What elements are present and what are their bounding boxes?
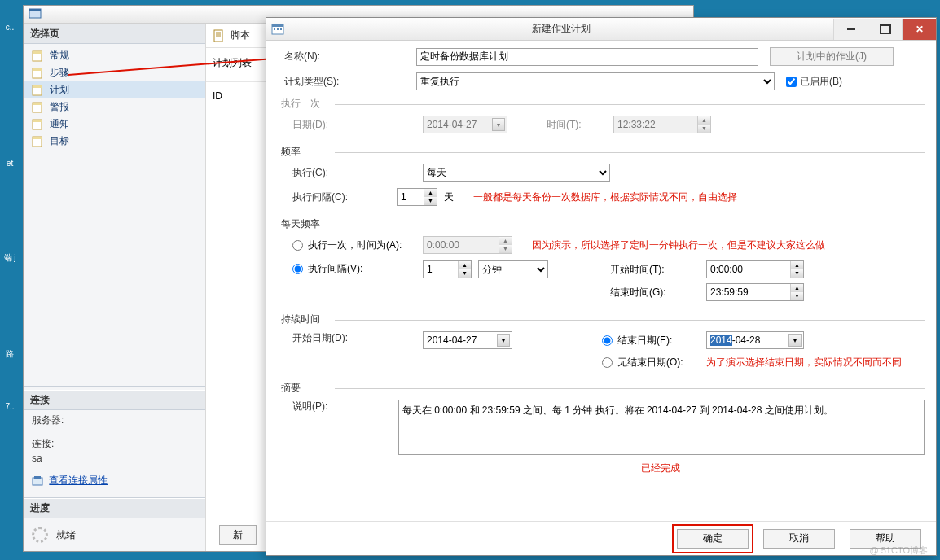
desc-textarea[interactable]: 每天在 0:00:00 和 23:59:59 之间、每 1 分钟 执行。将在 2… <box>398 400 925 455</box>
name-label: 名称(N): <box>278 50 416 63</box>
svg-rect-22 <box>277 28 279 30</box>
svg-rect-21 <box>274 28 275 30</box>
calendar-icon: ▾ <box>788 334 802 347</box>
end-date-picker[interactable]: 2014-04-28▾ <box>706 331 804 349</box>
dialog-footer: 确定 取消 帮助 @ 51CTO博客 <box>266 521 936 555</box>
once-at-time: 0:00:00▲▼ <box>423 236 512 254</box>
svg-rect-7 <box>33 85 42 88</box>
enabled-check-input[interactable] <box>786 77 797 87</box>
ok-button[interactable]: 确定 <box>677 529 749 549</box>
page-item-targets[interactable]: 目标 <box>24 133 205 150</box>
window-minimize-button[interactable] <box>833 19 868 40</box>
svg-rect-5 <box>33 68 42 71</box>
server-field: 服务器: <box>24 410 205 434</box>
once-date-picker: 2014-04-27▾ <box>423 116 507 133</box>
once-at-radio[interactable]: 执行一次，时间为(A): <box>292 238 423 252</box>
end-time-input[interactable]: 23:59:59▲▼ <box>706 283 804 301</box>
once-time-input: 12:33:22▲▼ <box>613 116 711 133</box>
start-date-picker[interactable]: 2014-04-27▾ <box>423 331 512 349</box>
left-pane: 选择页 常规 步骤 计划 警报 通知 目标 连接 服务器: 连接: sa <box>24 24 206 551</box>
interval-spinner[interactable]: 1▲▼ <box>397 188 437 206</box>
once-at-note: 因为演示，所以选择了定时一分钟执行一次，但是不建议大家这么做 <box>532 238 825 252</box>
type-label: 计划类型(S): <box>278 75 416 89</box>
page-item-schedule[interactable]: 计划 <box>24 81 205 98</box>
svg-rect-3 <box>33 51 42 54</box>
interval-label: 执行间隔(C): <box>278 190 397 204</box>
no-end-note: 为了演示选择结束日期，实际情况不同而不同 <box>706 356 902 370</box>
repeat-unit-select[interactable]: 分钟 <box>478 260 548 278</box>
exec-select[interactable]: 每天 <box>423 164 610 182</box>
svg-rect-15 <box>34 476 41 479</box>
svg-rect-23 <box>280 28 282 30</box>
repeat-radio[interactable]: 执行间隔(V): <box>292 262 423 276</box>
dialog-title: 新建作业计划 <box>289 22 833 36</box>
script-icon <box>213 29 226 42</box>
execute-once-header: 执行一次 <box>278 97 925 111</box>
type-select[interactable]: 重复执行 <box>416 72 775 90</box>
end-time-label: 结束时间(G): <box>610 286 700 300</box>
start-date-label: 开始日期(D): <box>278 331 423 345</box>
time-label: 时间(T): <box>540 118 613 132</box>
page-item-notifications[interactable]: 通知 <box>24 116 205 133</box>
start-time-input[interactable]: 0:00:00▲▼ <box>706 260 804 278</box>
calendar-icon: ▾ <box>492 118 505 131</box>
window-close-button[interactable]: ✕ <box>902 19 936 40</box>
new-button[interactable]: 新 <box>219 525 257 545</box>
interval-unit: 天 <box>444 190 454 204</box>
page-item-alerts[interactable]: 警报 <box>24 98 205 116</box>
end-date-radio[interactable]: 结束日期(E): <box>602 334 700 348</box>
connection-props-icon <box>32 475 43 487</box>
interval-note: 一般都是每天备份一次数据库，根据实际情况不同，自由选择 <box>473 190 737 204</box>
name-input[interactable] <box>416 48 758 66</box>
help-button[interactable]: 帮助 <box>850 529 921 549</box>
done-note: 已经完成 <box>641 462 680 474</box>
col-id: ID <box>213 90 222 102</box>
svg-rect-1 <box>29 9 41 11</box>
daily-frequency-header: 每天频率 <box>278 217 925 231</box>
exec-label: 执行(C): <box>278 166 423 180</box>
summary-header: 摘要 <box>278 381 925 395</box>
app-icon <box>29 7 42 20</box>
page-item-general[interactable]: 常规 <box>24 47 205 64</box>
dialog-icon <box>271 23 284 36</box>
svg-rect-14 <box>33 478 42 485</box>
repeat-value-spinner[interactable]: 1▲▼ <box>423 260 472 278</box>
svg-rect-13 <box>33 137 42 139</box>
window-maximize-button[interactable] <box>868 19 902 40</box>
svg-rect-20 <box>272 24 283 27</box>
enabled-checkbox[interactable]: 已启用(B) <box>786 75 842 89</box>
calendar-icon: ▾ <box>497 334 510 347</box>
desc-label: 说明(P): <box>278 400 398 413</box>
desktop-icons: c.. et 端 j 路 7.. <box>0 0 20 560</box>
no-end-date-radio[interactable]: 无结束日期(O): <box>602 356 700 370</box>
view-connection-props-link[interactable]: 查看连接属性 <box>49 475 108 486</box>
date-label: 日期(D): <box>278 118 423 132</box>
script-label[interactable]: 脚本 <box>231 28 250 42</box>
conn-field: 连接: sa <box>24 434 205 469</box>
page-list: 常规 步骤 计划 警报 通知 目标 <box>24 44 205 153</box>
progress-header: 进度 <box>24 498 205 518</box>
svg-rect-9 <box>33 103 42 105</box>
page-item-steps[interactable]: 步骤 <box>24 64 205 81</box>
cancel-button[interactable]: 取消 <box>763 529 835 549</box>
new-schedule-dialog: 新建作业计划 ✕ 名称(N): 计划中的作业(J) 计划类型(S): 重复执行 … <box>266 17 937 556</box>
svg-rect-11 <box>33 120 42 122</box>
progress-spinner-icon <box>32 527 48 543</box>
start-time-label: 开始时间(T): <box>610 263 700 277</box>
duration-header: 持续时间 <box>278 313 925 326</box>
connection-header: 连接 <box>24 390 205 410</box>
progress-status: 就绪 <box>56 528 76 542</box>
frequency-header: 频率 <box>278 145 925 159</box>
select-page-header: 选择页 <box>24 24 205 44</box>
jobs-in-plan-button[interactable]: 计划中的作业(J) <box>770 47 894 66</box>
dialog-titlebar[interactable]: 新建作业计划 ✕ <box>266 18 936 41</box>
